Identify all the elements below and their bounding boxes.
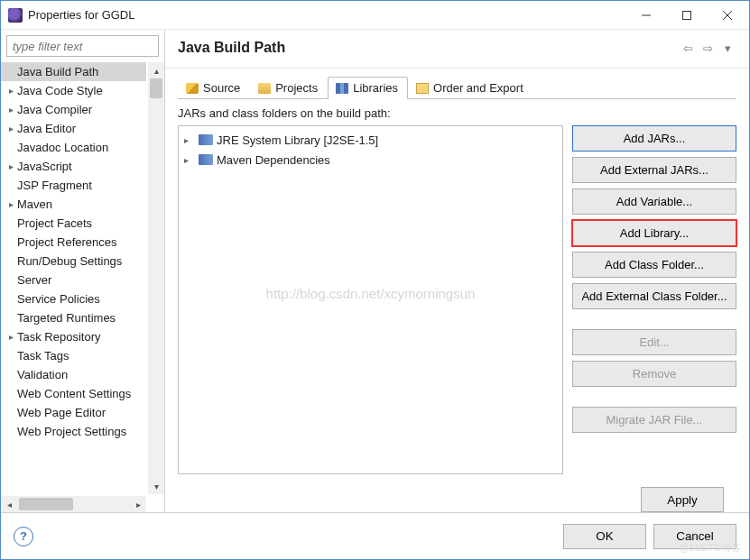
nav-back-button[interactable]: ⇦ xyxy=(679,39,697,57)
tab-libraries[interactable]: Libraries xyxy=(328,77,408,99)
add-class-folder-button[interactable]: Add Class Folder... xyxy=(572,252,736,278)
help-icon[interactable]: ? xyxy=(14,527,33,546)
sidebar-item[interactable]: Targeted Runtimes xyxy=(1,308,146,327)
tab-projects[interactable]: Projects xyxy=(250,77,328,99)
sidebar-item-label: Validation xyxy=(17,368,68,381)
sidebar: Java Build Path▸Java Code Style▸Java Com… xyxy=(1,30,165,512)
expand-icon[interactable]: ▸ xyxy=(184,155,195,165)
expand-icon[interactable]: ▸ xyxy=(5,86,17,96)
button-column: Add JARs... Add External JARs... Add Var… xyxy=(572,125,736,474)
scroll-thumb-h[interactable] xyxy=(19,498,73,510)
library-label: Maven Dependencies xyxy=(217,153,330,167)
sidebar-item[interactable]: Server xyxy=(1,271,146,289)
scroll-right-icon[interactable]: ▸ xyxy=(130,496,146,512)
sidebar-item-label: Web Page Editor xyxy=(17,406,106,419)
add-library-button[interactable]: Add Library... xyxy=(572,220,736,246)
projects-icon xyxy=(258,83,271,94)
sidebar-item[interactable]: ▸Maven xyxy=(1,195,146,214)
sidebar-item[interactable]: Project Facets xyxy=(1,214,146,233)
sidebar-item-label: Project Facets xyxy=(17,216,92,230)
sidebar-item-label: Java Compiler xyxy=(17,103,92,116)
library-icon xyxy=(199,154,213,165)
add-external-class-folder-button[interactable]: Add External Class Folder... xyxy=(572,283,736,309)
add-external-jars-button[interactable]: Add External JARs... xyxy=(572,157,736,183)
window-title: Properties for GGDL xyxy=(28,8,625,22)
scroll-left-icon[interactable]: ◂ xyxy=(1,496,17,512)
sidebar-item[interactable]: ▸Task Repository xyxy=(1,327,146,346)
sidebar-item-label: JavaScript xyxy=(17,160,72,173)
tab-label: Order and Export xyxy=(433,81,523,95)
libraries-list[interactable]: ▸JRE System Library [J2SE-1.5]▸Maven Dep… xyxy=(178,125,563,474)
sidebar-item[interactable]: Web Content Settings xyxy=(1,384,146,403)
scroll-up-icon[interactable]: ▴ xyxy=(148,62,164,78)
sidebar-item-label: Java Build Path xyxy=(17,65,98,78)
sidebar-item-label: Targeted Runtimes xyxy=(17,311,116,325)
sidebar-item-label: JSP Fragment xyxy=(17,179,92,192)
library-item[interactable]: ▸Maven Dependencies xyxy=(179,150,562,170)
tab-source[interactable]: Source xyxy=(178,77,250,99)
tab-label: Source xyxy=(203,81,240,95)
svg-rect-1 xyxy=(682,11,690,19)
sidebar-item[interactable]: Service Policies xyxy=(1,289,146,308)
library-item[interactable]: ▸JRE System Library [J2SE-1.5] xyxy=(179,130,562,150)
scroll-thumb[interactable] xyxy=(150,78,162,98)
sidebar-item-label: Web Project Settings xyxy=(17,425,126,438)
sidebar-item[interactable]: ▸Java Compiler xyxy=(1,100,146,119)
sidebar-item[interactable]: ▸JavaScript xyxy=(1,157,146,176)
nav-menu-button[interactable]: ▾ xyxy=(718,39,736,57)
scroll-down-icon[interactable]: ▾ xyxy=(148,478,164,494)
expand-icon[interactable]: ▸ xyxy=(5,199,17,209)
expand-icon[interactable]: ▸ xyxy=(5,105,17,115)
sidebar-item[interactable]: Task Tags xyxy=(1,346,146,365)
sidebar-item-label: Java Code Style xyxy=(17,84,103,97)
sidebar-item[interactable]: ▸Java Code Style xyxy=(1,81,146,100)
close-button[interactable] xyxy=(707,2,747,29)
sidebar-item-label: Service Policies xyxy=(17,292,100,306)
nav-fwd-button[interactable]: ⇨ xyxy=(699,39,717,57)
migrate-jar-button: Migrate JAR File... xyxy=(572,407,736,433)
expand-icon[interactable]: ▸ xyxy=(5,161,17,171)
tab-label: Projects xyxy=(275,81,318,95)
sidebar-item[interactable]: Java Build Path xyxy=(1,62,146,81)
order and export-icon xyxy=(416,83,429,94)
sidebar-item[interactable]: Run/Debug Settings xyxy=(1,252,146,271)
sidebar-item-label: Javadoc Location xyxy=(17,141,108,154)
watermark-text: http://blog.csdn.net/xcymorningsun xyxy=(179,286,562,301)
sidebar-item-label: Server xyxy=(17,273,51,287)
cancel-button[interactable]: Cancel xyxy=(653,524,736,549)
sidebar-item-label: Java Editor xyxy=(17,122,76,135)
sidebar-item[interactable]: Web Page Editor xyxy=(1,403,146,422)
sidebar-item[interactable]: Javadoc Location xyxy=(1,138,146,157)
sidebar-item-label: Web Content Settings xyxy=(17,387,131,400)
libraries-icon xyxy=(336,83,348,94)
sidebar-item[interactable]: ▸Java Editor xyxy=(1,119,146,138)
add-jars-button[interactable]: Add JARs... xyxy=(572,125,736,151)
sidebar-hscroll[interactable]: ◂ ▸ xyxy=(1,496,146,512)
sidebar-item[interactable]: Project References xyxy=(1,233,146,252)
expand-icon[interactable]: ▸ xyxy=(5,124,17,133)
edit-button: Edit... xyxy=(572,329,736,355)
sidebar-item-label: Project References xyxy=(17,235,117,249)
titlebar: Properties for GGDL xyxy=(1,1,749,30)
sidebar-vscroll[interactable]: ▴ ▾ xyxy=(148,62,164,494)
category-tree[interactable]: Java Build Path▸Java Code Style▸Java Com… xyxy=(1,62,146,494)
filter-box xyxy=(6,35,159,57)
expand-icon[interactable]: ▸ xyxy=(5,332,17,342)
sidebar-item[interactable]: JSP Fragment xyxy=(1,176,146,195)
sidebar-item-label: Run/Debug Settings xyxy=(17,254,122,268)
section-description: JARs and class folders on the build path… xyxy=(178,106,736,120)
tab-order-and-export[interactable]: Order and Export xyxy=(408,77,533,99)
apply-button[interactable]: Apply xyxy=(641,487,724,512)
sidebar-item[interactable]: Web Project Settings xyxy=(1,422,146,441)
source-icon xyxy=(186,83,199,94)
library-icon xyxy=(199,134,213,145)
page-title: Java Build Path xyxy=(178,40,677,56)
maximize-button[interactable] xyxy=(666,2,707,29)
add-variable-button[interactable]: Add Variable... xyxy=(572,188,736,215)
filter-input[interactable] xyxy=(6,35,159,57)
expand-icon[interactable]: ▸ xyxy=(184,135,195,145)
sidebar-item-label: Task Repository xyxy=(17,330,100,344)
ok-button[interactable]: OK xyxy=(563,524,646,549)
minimize-button[interactable] xyxy=(625,2,666,29)
sidebar-item[interactable]: Validation xyxy=(1,365,146,384)
